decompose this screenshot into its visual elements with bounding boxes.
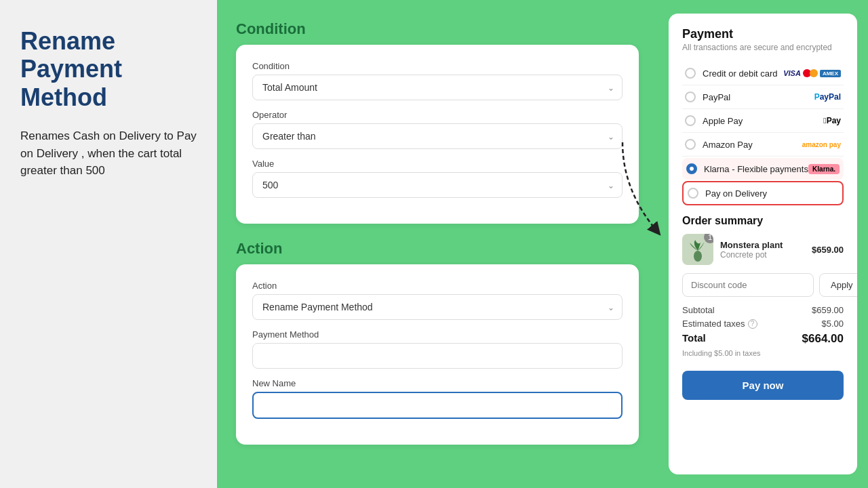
apple-pay-logo: Pay [823,116,841,125]
paypal-logo: PayPal [814,92,841,102]
value-label: Value [252,159,623,169]
dashed-arrow-icon [616,136,670,244]
taxes-label: Estimated taxes [682,319,745,329]
operator-select-wrapper: Greater than [252,123,623,149]
order-summary-title: Order summary [682,215,844,227]
payment-card: Payment All transactions are secure and … [669,14,857,474]
operator-select[interactable]: Greater than [252,123,623,149]
klarna-logo: Klarna. [808,164,840,174]
payment-name-paypal: PayPal [703,92,730,102]
condition-group: Condition Total Amount [252,61,623,100]
left-panel: Rename Payment Method Renames Cash on De… [0,0,217,488]
value-select[interactable]: 500 [252,172,623,198]
product-name: Monstera plant [720,240,805,250]
condition-select[interactable]: Total Amount [252,75,623,100]
discount-input[interactable] [682,273,814,297]
taxes-info-icon[interactable]: ? [748,319,757,329]
value-group: Value 500 [252,159,623,198]
page-description: Renames Cash on Delivery to Pay on Deliv… [20,127,197,180]
action-label: Action [252,281,623,291]
action-select[interactable]: Rename Payment Method [252,294,623,320]
total-label: Total [682,332,706,346]
payment-subtitle: All transactions are secure and encrypte… [682,43,844,52]
payment-option-paypal[interactable]: PayPal PayPal [682,85,844,109]
page-title: Rename Payment Method [20,27,197,111]
amazon-pay-logo: amazon pay [802,141,841,148]
taxes-value: $5.00 [821,319,844,329]
visa-logo: VISA [783,69,801,77]
action-title: Action [236,240,639,258]
action-section: Action Action Rename Payment Method Paym… [236,240,639,445]
middle-panel: Condition Condition Total Amount Operato… [217,0,658,488]
amex-logo: AMEX [820,70,841,77]
radio-klarna[interactable] [686,163,697,174]
payment-option-amazon[interactable]: Amazon Pay amazon pay [682,133,844,157]
condition-title: Condition [236,20,639,38]
mastercard-orange [810,69,818,77]
radio-apple[interactable] [685,115,696,126]
payment-option-credit[interactable]: Credit or debit card VISA AMEX [682,62,844,85]
product-price: $659.00 [812,245,844,255]
product-variant: Concrete pot [720,250,805,260]
condition-card: Condition Total Amount Operator Greater … [236,45,639,224]
value-select-wrapper: 500 [252,172,623,198]
tax-note: Including $5.00 in taxes [682,349,844,357]
total-line: Total $664.00 [682,332,844,346]
radio-pod[interactable] [688,188,698,199]
payment-name-klarna: Klarna - Flexible payments [704,164,808,174]
condition-section: Condition Condition Total Amount Operato… [236,20,639,224]
operator-label: Operator [252,110,623,120]
subtotal-line: Subtotal $659.00 [682,305,844,315]
payment-option-pod[interactable]: Pay on Delivery [682,181,844,205]
pay-now-button[interactable]: Pay now [682,371,844,400]
payment-method-label: Payment Method [252,329,623,340]
payment-method-input[interactable]: Cash On Delivery (COD) [252,343,623,369]
payment-title: Payment [682,27,844,41]
radio-amazon[interactable] [685,139,696,150]
right-panel: Payment All transactions are secure and … [658,0,868,488]
product-image: 1 [682,234,713,265]
payment-name-pod: Pay on Delivery [705,188,767,199]
payment-name-credit: Credit or debit card [703,68,778,79]
taxes-line: Estimated taxes ? $5.00 [682,319,844,329]
payment-option-klarna[interactable]: Klarna - Flexible payments Klarna. [682,158,844,180]
condition-label: Condition [252,61,623,71]
action-group: Action Rename Payment Method [252,281,623,320]
new-name-group: New Name Pay On Delivery [252,378,623,419]
new-name-label: New Name [252,378,623,388]
operator-group: Operator Greater than [252,110,623,149]
apply-button[interactable]: Apply [819,273,857,297]
discount-row: Apply [682,273,844,297]
payment-method-group: Payment Method Cash On Delivery (COD) [252,329,623,369]
card-logos: VISA AMEX [783,69,841,77]
action-card: Action Rename Payment Method Payment Met… [236,264,639,445]
subtotal-value: $659.00 [812,305,844,315]
subtotal-label: Subtotal [682,305,715,315]
new-name-input[interactable]: Pay On Delivery [252,392,623,419]
svg-point-0 [694,251,702,262]
radio-paypal[interactable] [685,92,696,102]
total-value: $664.00 [802,332,844,346]
radio-credit[interactable] [685,68,696,79]
payment-option-apple[interactable]: Apple Pay Pay [682,109,844,133]
payment-name-apple: Apple Pay [703,116,743,126]
condition-select-wrapper: Total Amount [252,75,623,100]
payment-name-amazon: Amazon Pay [703,140,753,150]
product-row: 1 Monstera plant Concrete pot $659.00 [682,234,844,265]
action-select-wrapper: Rename Payment Method [252,294,623,320]
